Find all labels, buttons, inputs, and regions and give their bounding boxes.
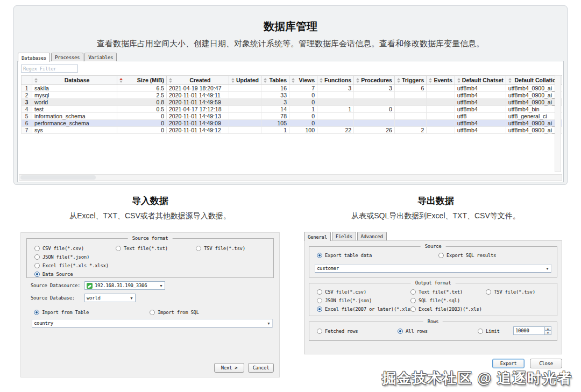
column-header[interactable]: Default Collation <box>506 76 562 85</box>
table-cell[interactable] <box>394 106 426 113</box>
column-header[interactable]: Database <box>32 76 117 85</box>
table-row[interactable]: 1sakila6.52021-04-19 18:20:47167336utf8m… <box>22 85 562 92</box>
column-header[interactable]: Functions <box>317 76 354 85</box>
table-cell[interactable]: 6.5 <box>117 85 167 92</box>
limit-input[interactable] <box>513 326 544 335</box>
radio-option[interactable]: All rows <box>398 329 478 334</box>
table-cell[interactable]: utf8mb4 <box>455 127 506 134</box>
table-cell[interactable]: 1 <box>289 106 317 113</box>
tab-variables[interactable]: Variables <box>84 53 117 61</box>
tab-processes[interactable]: Processes <box>51 53 83 61</box>
radio-option[interactable]: TSV file(*.tsv) <box>486 289 557 295</box>
sort-indicator-icon[interactable] <box>429 78 432 83</box>
table-cell[interactable]: 0 <box>117 113 167 120</box>
table-cell[interactable] <box>229 120 261 127</box>
sort-indicator-icon[interactable] <box>292 78 295 83</box>
row-number[interactable]: 7 <box>22 127 32 134</box>
table-cell[interactable]: 78 <box>261 113 289 120</box>
table-cell[interactable]: 14 <box>261 106 289 113</box>
radio-selected-icon[interactable] <box>317 253 322 258</box>
table-cell[interactable]: world <box>32 99 117 106</box>
close-button[interactable]: Close <box>530 359 562 368</box>
radio-selected-icon[interactable] <box>34 310 39 315</box>
table-cell[interactable]: performance_schema <box>32 120 117 127</box>
table-cell[interactable] <box>229 85 261 92</box>
next-button[interactable]: Next > <box>214 363 244 373</box>
sort-indicator-icon[interactable] <box>356 78 359 83</box>
table-cell[interactable]: 100 <box>289 127 317 134</box>
table-row[interactable]: 5information_schema02020-11-01 14:49:137… <box>22 113 562 120</box>
sort-indicator-icon[interactable] <box>320 78 323 83</box>
radio-option[interactable]: Excel file(*.xls *.xlsx) <box>34 263 116 268</box>
vertical-scrollbar[interactable] <box>555 75 561 172</box>
table-cell[interactable]: utf8mb4 <box>455 120 506 127</box>
table-cell[interactable]: sakila <box>32 85 117 92</box>
radio-option[interactable]: Excel file(2003)(*.xls) <box>410 307 486 312</box>
table-cell[interactable] <box>317 92 354 99</box>
radio-option[interactable]: Text file(*.txt) <box>410 289 486 295</box>
table-cell[interactable]: 105 <box>261 120 289 127</box>
table-cell[interactable]: 2020-11-01 14:49:11 <box>167 92 229 99</box>
radio-option[interactable]: Export SQL results <box>438 253 557 258</box>
table-cell[interactable] <box>394 92 426 99</box>
tab-general[interactable]: General <box>304 232 331 241</box>
databases-table[interactable]: DatabaseSize (MiB)CreatedUpdatedTablesVi… <box>21 75 562 134</box>
table-cell[interactable]: utf8mb4_bin <box>506 106 562 113</box>
row-number[interactable]: 2 <box>22 92 32 99</box>
column-header[interactable]: Default Chatset <box>455 76 506 85</box>
radio-option[interactable]: Text file(*.txt) <box>116 246 196 251</box>
table-cell[interactable]: 2021-04-19 18:20:47 <box>167 85 229 92</box>
sort-indicator-icon[interactable] <box>169 78 172 83</box>
table-cell[interactable] <box>229 127 261 134</box>
radio-icon[interactable] <box>116 246 121 251</box>
table-cell[interactable] <box>229 113 261 120</box>
source-database-select[interactable]: world ▼ <box>84 294 136 302</box>
table-cell[interactable]: utf8_general_ci <box>506 113 562 120</box>
radio-icon[interactable] <box>410 289 416 295</box>
table-cell[interactable]: mysql <box>32 92 117 99</box>
radio-icon[interactable] <box>410 307 416 312</box>
radio-icon[interactable] <box>438 253 444 258</box>
table-row[interactable]: 6performance_schema02020-11-01 14:49:091… <box>22 120 562 127</box>
table-cell[interactable] <box>394 99 426 106</box>
sort-indicator-icon[interactable] <box>508 78 512 83</box>
table-cell[interactable]: utf8mb4_0900_ai_ci <box>506 92 562 99</box>
column-header[interactable]: Views <box>289 76 317 85</box>
table-cell[interactable]: 2 <box>394 127 426 134</box>
column-header[interactable]: Updated <box>229 76 261 85</box>
table-cell[interactable]: 0 <box>117 127 167 134</box>
radio-icon[interactable] <box>150 310 155 315</box>
table-cell[interactable]: information_schema <box>32 113 117 120</box>
radio-option[interactable]: JSON file(*.json) <box>34 254 116 260</box>
table-cell[interactable]: 3 <box>317 85 354 92</box>
table-cell[interactable] <box>317 113 354 120</box>
radio-icon[interactable] <box>34 263 40 268</box>
table-cell[interactable]: 33 <box>261 92 289 99</box>
table-cell[interactable] <box>427 92 455 99</box>
table-cell[interactable] <box>394 113 426 120</box>
export-button[interactable]: Export <box>492 359 525 368</box>
table-cell[interactable]: 0 <box>354 106 395 113</box>
column-header[interactable]: Tables <box>261 76 289 85</box>
table-cell[interactable] <box>427 120 455 127</box>
row-number[interactable]: 5 <box>22 113 32 120</box>
table-row[interactable]: 7sys02020-11-01 14:49:12110022262utf8mb4… <box>22 127 562 134</box>
radio-option[interactable]: Fetched rows <box>317 329 398 334</box>
table-cell[interactable]: 6 <box>394 85 426 92</box>
sort-indicator-icon[interactable] <box>397 78 400 83</box>
radio-selected-icon[interactable] <box>34 272 40 277</box>
table-cell[interactable] <box>427 127 455 134</box>
table-cell[interactable] <box>317 120 354 127</box>
radio-option[interactable]: Import from Table <box>34 310 150 315</box>
scrollbar-thumb[interactable] <box>20 175 96 180</box>
column-header[interactable]: Size (MiB) <box>117 76 167 85</box>
table-cell[interactable] <box>229 106 261 113</box>
regex-filter-input[interactable] <box>21 65 78 73</box>
table-cell[interactable]: 0.8 <box>117 99 167 106</box>
radio-option[interactable]: JSON file(*.json) <box>317 298 410 303</box>
cancel-button[interactable]: Cancel <box>248 363 274 373</box>
table-cell[interactable]: 3 <box>261 99 289 106</box>
table-cell[interactable] <box>317 99 354 106</box>
row-number[interactable]: 4 <box>22 106 32 113</box>
column-header[interactable]: Created <box>167 76 229 85</box>
